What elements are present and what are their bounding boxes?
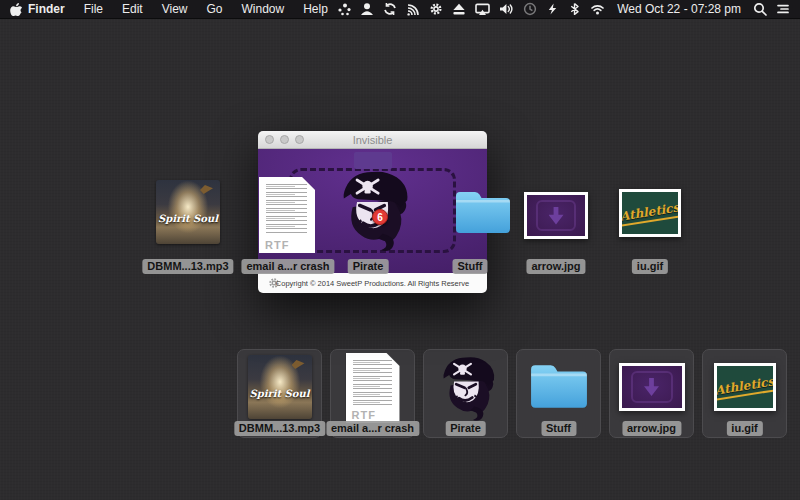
time-machine-icon[interactable] — [523, 2, 537, 16]
app-menus: Finder File Edit View Go Window Help — [28, 2, 328, 16]
apple-logo-icon — [10, 2, 23, 17]
menu-view[interactable]: View — [162, 2, 188, 16]
bottom-icon-stuff-folder[interactable]: Stuff — [516, 349, 601, 438]
athletics-image-thumbnail: Athletics — [717, 366, 773, 408]
desktop-icon-mp3[interactable]: Spirit Soul — [156, 180, 220, 244]
athletics-text: Athletics — [622, 200, 678, 226]
eject-icon[interactable] — [452, 2, 466, 16]
text-lines-short — [353, 362, 380, 403]
icon-label-iu: iu.gif — [726, 421, 762, 436]
arrow-image-thumbnail — [527, 195, 585, 236]
gear-icon[interactable] — [429, 2, 443, 16]
album-title-text: Spirit Soul — [156, 213, 220, 224]
bottom-icon-row: Spirit Soul DBMM...13.mp3 RTF email a...… — [237, 349, 787, 438]
eagle-art — [292, 360, 305, 369]
desktop-icon-email-rtf[interactable]: RTF — [259, 177, 315, 253]
desktop-icon-iu-gif[interactable]: Athletics — [619, 189, 681, 237]
icon-label-mp3: DBMM...13.mp3 — [234, 421, 325, 436]
arrow-image-thumbnail — [622, 366, 682, 408]
bluetooth-icon[interactable] — [568, 2, 581, 16]
traffic-lights — [265, 135, 304, 144]
menu-go[interactable]: Go — [207, 2, 223, 16]
icon-label-iu[interactable]: iu.gif — [632, 259, 668, 274]
icon-label-pirate: Pirate — [445, 421, 486, 436]
icon-label-arrow[interactable]: arrow.jpg — [526, 259, 585, 274]
menu-window[interactable]: Window — [242, 2, 285, 16]
count-badge: 6 — [372, 209, 388, 225]
copyright-text: Copyright © 2014 SweetP Productions. All… — [258, 279, 487, 288]
bottom-icon-mp3[interactable]: Spirit Soul DBMM...13.mp3 — [237, 349, 322, 438]
athletics-image-thumbnail: Athletics — [622, 192, 678, 234]
rtf-document-thumbnail: RTF — [346, 353, 400, 423]
bottom-icon-arrow-jpg[interactable]: arrow.jpg — [609, 349, 694, 438]
menu-clock[interactable]: Wed Oct 22 - 07:28 pm — [617, 2, 741, 16]
bottom-icon-pirate[interactable]: Pirate — [423, 349, 508, 438]
desktop-background[interactable]: Finder File Edit View Go Window Help — [0, 0, 800, 500]
sync-icon[interactable] — [383, 2, 397, 16]
bottom-icon-email-rtf[interactable]: RTF email a...r crash — [330, 349, 415, 438]
icon-label-email[interactable]: email a...r crash — [241, 259, 334, 274]
window-titlebar[interactable]: Invisible — [258, 131, 487, 149]
text-lines-short — [266, 186, 295, 233]
menu-finder[interactable]: Finder — [28, 2, 65, 16]
icon-label-mp3[interactable]: DBMM...13.mp3 — [142, 259, 233, 274]
flash-icon[interactable] — [546, 2, 559, 16]
arrow-image-frame — [619, 363, 685, 411]
folder-icon — [454, 187, 512, 237]
pirate-dropped-item[interactable]: 6 — [328, 163, 416, 255]
album-title-text: Spirit Soul — [248, 388, 312, 399]
apple-menu[interactable] — [10, 2, 23, 17]
menu-file[interactable]: File — [84, 2, 103, 16]
pirate-icon — [328, 163, 416, 255]
folder-icon — [529, 360, 589, 412]
app-dots-icon[interactable] — [337, 2, 351, 16]
volume-icon[interactable] — [499, 2, 514, 16]
airplay-display-icon[interactable] — [475, 2, 490, 16]
menu-edit[interactable]: Edit — [122, 2, 143, 16]
desktop-icon-arrow-jpg[interactable] — [524, 192, 588, 239]
icon-label-email: email a...r crash — [326, 421, 419, 436]
athletics-image-frame: Athletics — [714, 363, 776, 411]
spotlight-search-icon[interactable] — [753, 2, 767, 16]
status-icons: Wed Oct 22 - 07:28 pm — [337, 2, 790, 16]
window-footer: Copyright © 2014 SweetP Productions. All… — [258, 273, 487, 293]
bottom-icon-iu-gif[interactable]: Athletics iu.gif — [702, 349, 787, 438]
notification-center-icon[interactable] — [776, 2, 790, 16]
rtf-document-thumbnail: RTF — [259, 177, 315, 253]
zoom-button[interactable] — [295, 135, 304, 144]
desktop-icon-stuff-folder[interactable] — [454, 187, 512, 241]
icon-label-pirate[interactable]: Pirate — [348, 259, 389, 274]
wifi-icon[interactable] — [590, 2, 605, 16]
menu-help[interactable]: Help — [303, 2, 328, 16]
down-arrow-art — [644, 378, 659, 396]
rtf-badge-text: RTF — [352, 409, 376, 421]
eagle-art — [200, 185, 213, 194]
athletics-text: Athletics — [717, 374, 773, 400]
down-arrow-art — [549, 207, 564, 225]
rtf-badge-text: RTF — [265, 239, 289, 251]
minimize-button[interactable] — [280, 135, 289, 144]
pirate-icon — [431, 352, 501, 422]
menu-bar: Finder File Edit View Go Window Help — [0, 0, 800, 19]
icon-label-stuff: Stuff — [541, 421, 576, 436]
icon-label-arrow: arrow.jpg — [622, 421, 681, 436]
icon-label-stuff[interactable]: Stuff — [452, 259, 487, 274]
album-art-thumbnail: Spirit Soul — [156, 180, 220, 244]
signal-waves-icon[interactable] — [406, 2, 420, 16]
user-icon[interactable] — [360, 2, 374, 16]
album-art-thumbnail: Spirit Soul — [248, 355, 312, 419]
close-button[interactable] — [265, 135, 274, 144]
